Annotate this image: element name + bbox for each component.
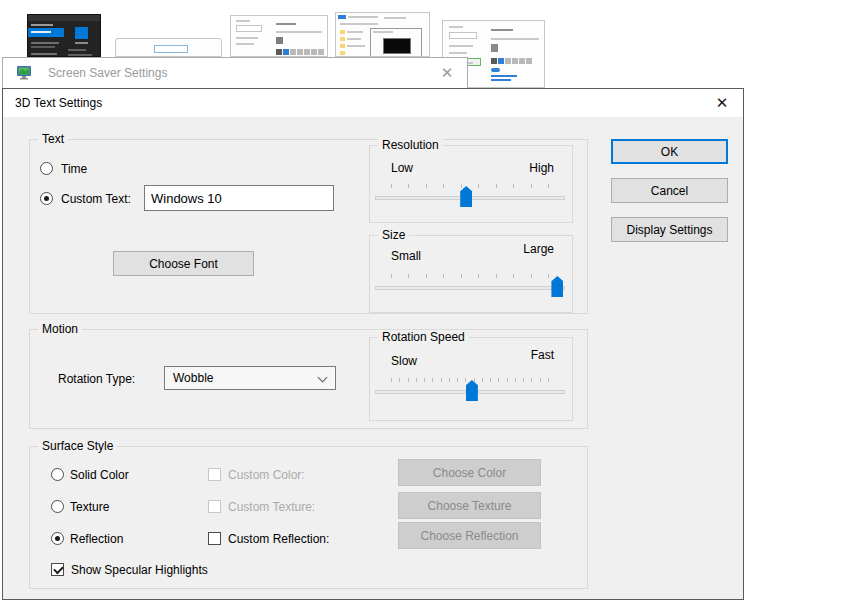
rotation-speed-slider[interactable] [375,378,565,404]
nav-line [347,45,365,47]
search-input [449,32,477,39]
time-label[interactable]: Time [61,162,87,176]
text-line [236,20,250,22]
background-window-explorer[interactable] [335,12,430,57]
nav-line [449,52,467,54]
nav-line [236,43,254,45]
preview-image [383,38,411,54]
texture-radio[interactable] [51,500,64,513]
toggle [491,68,500,72]
3d-text-settings-dialog: 3D Text Settings ✕ Text Time Custom Text… [2,88,744,600]
caption-line [75,42,88,44]
toolbar-line [348,16,378,18]
high-label: High [529,161,554,175]
color-swatch [276,49,282,55]
address-line [340,23,378,25]
text-line [449,26,463,28]
solid-color-radio[interactable] [51,468,64,481]
slow-label: Slow [391,354,417,368]
group-label: Motion [38,322,82,336]
title-bar: 3D Text Settings ✕ [3,89,743,117]
ok-button[interactable]: OK [611,139,728,164]
preview-tile [491,44,498,52]
group-label: Size [378,228,409,242]
screensaver-app-icon [16,64,34,85]
link-line [491,79,511,81]
link-line [491,75,517,77]
custom-color-checkbox [208,468,221,481]
nav-line [449,45,473,47]
slider-thumb[interactable] [466,380,478,401]
text-line [68,54,92,56]
background-window-start-menu[interactable] [27,14,101,57]
color-swatch [318,49,324,55]
show-specular-checkbox[interactable] [51,563,64,576]
texture-label[interactable]: Texture [70,500,109,514]
rotation-type-label: Rotation Type: [58,372,135,386]
heading-line [491,29,513,31]
rotation-type-dropdown[interactable]: Wobble [164,366,336,390]
slider-thumb[interactable] [551,276,563,297]
fast-label: Fast [531,348,554,362]
title-bar: Screen Saver Settings ✕ [3,58,467,89]
text-line [31,24,53,26]
rotation-speed-groupbox: Rotation Speed Slow Fast [369,337,573,421]
choose-color-button: Choose Color [398,459,541,486]
low-label: Low [391,161,413,175]
folder-icon [340,37,345,41]
menu-bar [28,15,100,21]
text-line [373,31,393,33]
close-icon[interactable]: ✕ [707,91,737,115]
ribbon-line [384,17,406,19]
custom-reflection-checkbox[interactable] [208,532,221,545]
cancel-button[interactable]: Cancel [611,178,728,203]
color-swatch [290,49,296,55]
color-swatch [311,49,317,55]
tick-marks [391,184,549,189]
dialog-title: 3D Text Settings [15,96,102,110]
slider-thumb[interactable] [460,186,472,207]
slider-track[interactable] [375,286,565,290]
choose-font-button[interactable]: Choose Font [113,251,254,276]
custom-reflection-label[interactable]: Custom Reflection: [228,532,329,546]
search-input [236,25,262,32]
choose-reflection-button: Choose Reflection [398,522,541,549]
color-swatch [304,49,310,55]
tick-marks [391,274,549,279]
reflection-radio[interactable] [51,532,64,545]
close-icon[interactable]: ✕ [435,62,459,84]
resolution-slider[interactable] [375,184,565,210]
size-slider[interactable] [375,274,565,300]
large-label: Large [523,242,554,256]
color-swatch [491,58,497,64]
custom-text-label[interactable]: Custom Text: [61,192,131,206]
custom-text-radio[interactable] [40,192,53,205]
group-label: Text [38,132,68,146]
inner-dialog [370,28,422,57]
size-groupbox: Size Small Large [369,235,573,313]
folder-icon [340,30,345,34]
text-line [491,38,539,40]
show-specular-label[interactable]: Show Specular Highlights [71,563,208,577]
text-line [68,49,86,51]
background-window-dialog[interactable] [115,38,222,57]
custom-text-input[interactable] [144,185,334,211]
group-label: Rotation Speed [378,330,469,344]
dropdown-value: Wobble [173,371,213,385]
solid-color-label[interactable]: Solid Color [70,468,129,482]
choose-texture-button: Choose Texture [398,492,541,519]
background-window-settings[interactable] [230,15,328,57]
reflection-label[interactable]: Reflection [70,532,123,546]
desktop: Screen Saver Settings ✕ 3D Text Settings… [0,0,855,600]
window-title: Screen Saver Settings [48,66,167,80]
time-radio[interactable] [40,162,53,175]
color-swatch [512,58,518,64]
custom-texture-checkbox [208,500,221,513]
display-settings-button[interactable]: Display Settings [611,217,728,242]
color-swatch [519,58,525,64]
app-tile-icon [75,27,88,39]
resolution-groupbox: Resolution Low High [369,145,573,223]
text-line [31,53,57,55]
selected-item [28,28,64,37]
folder-icon [340,51,345,55]
